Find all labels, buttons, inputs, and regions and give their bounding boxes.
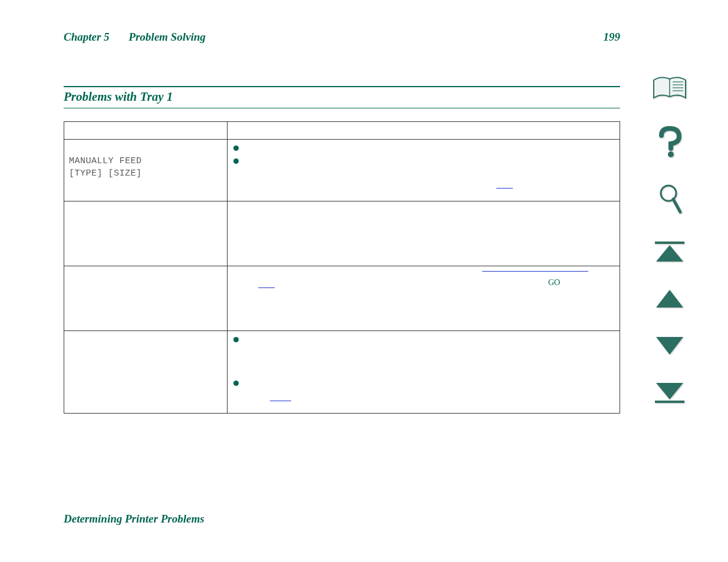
section-rule-bottom: [64, 108, 620, 108]
svg-point-5: [668, 151, 674, 157]
sidebar-nav: [649, 75, 690, 404]
footer-section-title: Determining Printer Problems: [64, 513, 205, 525]
page-link[interactable]: [482, 271, 588, 272]
table-row: [64, 201, 620, 266]
solution-cell: GO: [228, 266, 620, 331]
previous-page-icon[interactable]: [653, 289, 687, 310]
bullet-item: [232, 335, 615, 345]
solution-cell: [228, 140, 620, 201]
bullet-item: [232, 378, 615, 389]
table-header-right: [228, 122, 620, 140]
problem-cell: [64, 331, 228, 414]
first-page-icon[interactable]: [653, 240, 687, 264]
chapter-title: Problem Solving: [129, 31, 205, 43]
problems-table: MANUALLY FEED [TYPE] [SIZE] GO: [64, 121, 620, 414]
search-icon[interactable]: [655, 183, 684, 216]
page-link[interactable]: [270, 401, 291, 401]
solution-cell: [228, 331, 620, 414]
page-link[interactable]: [496, 188, 513, 189]
next-page-icon[interactable]: [653, 335, 687, 356]
page-content: Chapter 5 Problem Solving 199 Problems w…: [64, 31, 620, 414]
table-header-left: [64, 122, 228, 140]
page-link[interactable]: [258, 287, 275, 288]
help-icon[interactable]: [655, 126, 684, 158]
page-number: 199: [604, 31, 621, 44]
svg-line-7: [673, 199, 680, 212]
printer-message: MANUALLY FEED [TYPE] [SIZE]: [69, 155, 222, 180]
page-header: Chapter 5 Problem Solving 199: [64, 31, 620, 44]
problem-cell: [64, 201, 228, 266]
bullet-item: [232, 143, 615, 154]
svg-marker-12: [656, 383, 683, 399]
table-header-row: [64, 122, 620, 140]
svg-marker-9: [656, 245, 683, 262]
contents-icon[interactable]: [651, 75, 688, 101]
go-key-label: GO: [548, 278, 560, 287]
problem-cell: MANUALLY FEED [TYPE] [SIZE]: [64, 140, 228, 201]
svg-marker-11: [656, 337, 683, 355]
table-row: MANUALLY FEED [TYPE] [SIZE]: [64, 140, 620, 201]
table-row: GO: [64, 266, 620, 331]
problem-cell: [64, 266, 228, 331]
last-page-icon[interactable]: [653, 381, 687, 404]
table-row: [64, 331, 620, 414]
svg-marker-10: [656, 290, 683, 308]
chapter-label: Chapter 5: [64, 31, 110, 43]
solution-cell: [228, 201, 620, 266]
bullet-item: [232, 156, 615, 167]
header-left: Chapter 5 Problem Solving: [64, 31, 206, 44]
section-title: Problems with Tray 1: [64, 87, 620, 108]
